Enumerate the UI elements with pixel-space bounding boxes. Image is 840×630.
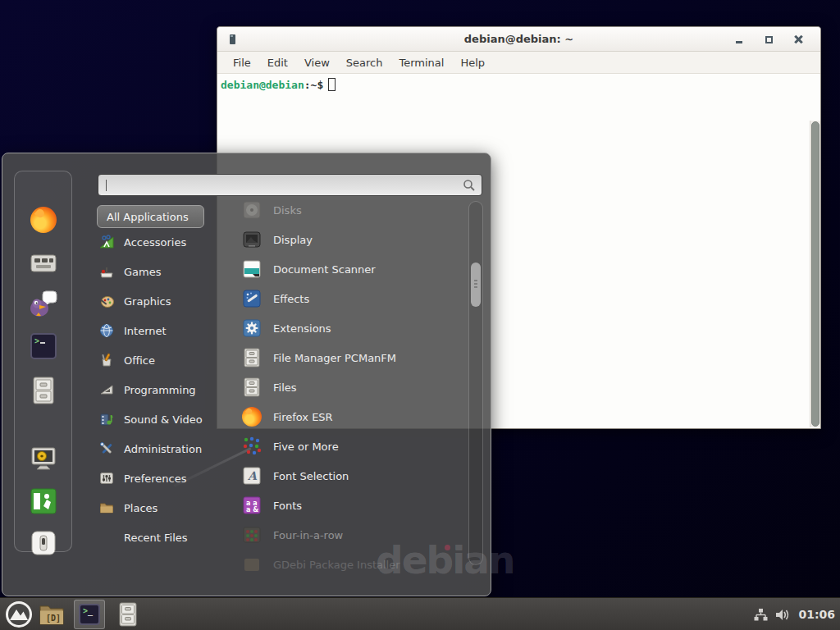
menu-search[interactable]: Search	[338, 57, 391, 69]
clock[interactable]: 01:06	[798, 608, 835, 621]
app-list-scrollbar-thumb[interactable]	[471, 262, 481, 307]
app-effects[interactable]: Effects	[241, 284, 468, 313]
category-recent-files[interactable]: Recent Files	[99, 523, 237, 552]
terminal-icon: >	[30, 333, 57, 359]
terminal-menubar: File Edit View Search Terminal Help	[217, 52, 820, 74]
desktop-folder-icon: [D]	[39, 603, 65, 626]
category-internet[interactable]: Internet	[99, 316, 237, 345]
application-list: Disks Display Document Scanner Effects E…	[241, 195, 468, 579]
app-display[interactable]: Display	[241, 225, 468, 254]
minimize-button[interactable]	[733, 34, 745, 45]
volume-icon[interactable]	[775, 608, 791, 622]
office-icon	[99, 353, 114, 368]
terminal-scrollbar[interactable]	[810, 121, 820, 427]
category-sound-video[interactable]: Sound & Video	[99, 404, 237, 434]
app-four-in-a-row[interactable]: Four-in-a-row	[241, 520, 468, 550]
category-accessories[interactable]: Accessories	[99, 227, 237, 257]
app-search[interactable]	[98, 174, 482, 196]
all-applications-label: All Applications	[107, 211, 189, 223]
files-icon	[241, 377, 262, 398]
taskbar-desktop-folder-button[interactable]: [D]	[38, 600, 66, 628]
internet-icon	[99, 323, 114, 338]
app-extensions[interactable]: Extensions	[241, 313, 468, 343]
file-manager-icon	[241, 347, 262, 368]
terminal-window-icon	[230, 34, 235, 44]
category-games[interactable]: Games	[99, 257, 237, 286]
favorites-panel: >	[14, 171, 72, 552]
app-five-or-more[interactable]: Five or More	[241, 431, 468, 461]
terminal-titlebar[interactable]: debian@debian: ~	[217, 27, 820, 52]
window-title: debian@debian: ~	[464, 33, 573, 45]
application-menu: debian	[2, 153, 491, 596]
taskbar-file-manager-button[interactable]	[115, 600, 141, 628]
five-or-more-icon	[241, 436, 262, 457]
minimize-icon	[736, 41, 742, 43]
menu-help[interactable]: Help	[452, 57, 493, 69]
maximize-button[interactable]	[763, 34, 774, 45]
menu-file[interactable]: File	[225, 57, 259, 69]
close-button[interactable]	[792, 34, 804, 45]
category-office[interactable]: Office	[99, 345, 237, 375]
logout-icon	[30, 488, 57, 514]
prompt-path: :~$	[304, 79, 323, 91]
app-file-manager-pcmanfm[interactable]: File Manager PCManFM	[241, 343, 468, 372]
taskbar-terminal-button[interactable]: >_	[74, 600, 105, 629]
places-icon	[99, 500, 114, 515]
favorite-file-manager[interactable]	[28, 375, 59, 406]
favorite-logout[interactable]	[28, 486, 59, 517]
favorite-terminal[interactable]: >	[28, 331, 59, 362]
category-list: Accessories Games Graphics Internet Offi…	[99, 227, 237, 552]
category-places[interactable]: Places	[99, 493, 237, 523]
administration-icon	[99, 441, 114, 456]
maximize-icon	[765, 36, 773, 43]
sound-video-icon	[99, 412, 114, 427]
favorite-firefox[interactable]	[28, 204, 59, 235]
app-search-input[interactable]	[98, 175, 482, 195]
document-scanner-icon	[241, 258, 262, 280]
menu-terminal[interactable]: Terminal	[390, 57, 452, 69]
favorite-lock-screen[interactable]	[28, 444, 59, 475]
menu-view[interactable]: View	[296, 57, 338, 69]
gdebi-icon	[241, 554, 262, 575]
favorite-shutdown[interactable]	[28, 527, 59, 559]
favorite-pidgin[interactable]	[28, 289, 59, 320]
svg-text:[D]: [D]	[46, 614, 61, 623]
all-applications-button[interactable]: All Applications	[97, 205, 204, 228]
text-caret	[106, 180, 107, 191]
category-programming[interactable]: Programming	[99, 375, 237, 404]
effects-icon	[241, 288, 262, 309]
app-files[interactable]: Files	[241, 372, 468, 402]
category-administration[interactable]: Administration	[99, 434, 237, 463]
app-gdebi-package-installer[interactable]: GDebi Package Installer	[241, 550, 468, 579]
app-font-selection[interactable]: A Font Selection	[241, 461, 468, 491]
disks-icon	[241, 199, 262, 221]
favorite-software[interactable]	[28, 247, 59, 278]
file-manager-icon	[32, 377, 55, 404]
svg-text:a &: a &	[246, 506, 258, 514]
svg-text:A: A	[247, 469, 258, 482]
svg-text:>: >	[34, 336, 39, 345]
app-firefox-esr[interactable]: Firefox ESR	[241, 402, 468, 431]
games-icon	[99, 264, 114, 279]
app-fonts[interactable]: a aa & Fonts	[241, 491, 468, 520]
app-list-scrollbar[interactable]	[468, 201, 483, 565]
terminal-cursor	[328, 78, 336, 91]
terminal-scrollbar-thumb[interactable]	[811, 121, 819, 427]
app-document-scanner[interactable]: Document Scanner	[241, 254, 468, 284]
network-icon[interactable]	[754, 608, 768, 622]
terminal-window-icon: >_	[79, 604, 100, 625]
menu-launcher-button[interactable]	[5, 600, 33, 628]
category-preferences[interactable]: Preferences	[99, 463, 237, 493]
menu-edit[interactable]: Edit	[259, 57, 296, 69]
lock-screen-icon	[29, 446, 58, 472]
accessories-icon	[99, 235, 114, 249]
category-graphics[interactable]: Graphics	[99, 286, 237, 316]
software-icon	[30, 250, 57, 275]
fonts-icon: a aa &	[241, 495, 262, 516]
graphics-icon	[99, 294, 114, 308]
taskbar: [D] >_ 01:06	[0, 597, 840, 630]
display-icon	[241, 229, 262, 250]
app-disks[interactable]: Disks	[241, 195, 468, 225]
search-icon	[463, 179, 476, 192]
shutdown-icon	[30, 530, 57, 556]
